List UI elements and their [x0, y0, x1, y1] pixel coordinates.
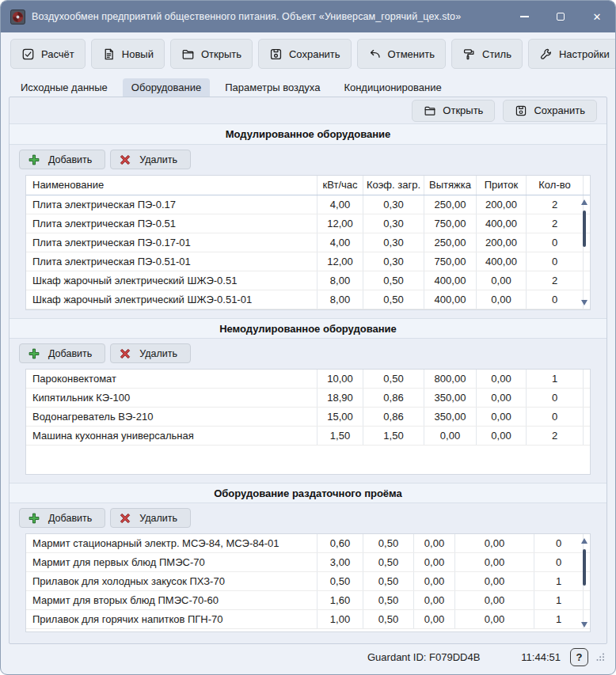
value-cell: 400,00: [477, 214, 527, 233]
scroll-thumb[interactable]: [583, 549, 586, 586]
tab-air-parameters[interactable]: Параметры воздуха: [216, 78, 329, 97]
table-row[interactable]: Пароконвектомат10,000,50800,000,001: [26, 370, 590, 389]
table-row[interactable]: Шкаф жарочный электрический ШЖЭ-0.51-018…: [26, 290, 590, 309]
new-label: Новый: [122, 48, 154, 60]
scroll-track[interactable]: [580, 544, 589, 622]
add-label: Добавить: [48, 348, 92, 359]
add-button[interactable]: Добавить: [19, 343, 105, 363]
table-empty-area: [26, 629, 590, 631]
table-row[interactable]: Плита электрическая ПЭ-0.5112,000,30750,…: [26, 214, 590, 233]
col-name: Наименование: [26, 176, 318, 195]
app-window: Воздухообмен предприятий общественного п…: [0, 0, 616, 675]
maximize-button[interactable]: [542, 1, 579, 32]
value-cell: 10,00: [318, 370, 363, 388]
table-row[interactable]: Шкаф жарочный электрический ШЖЭ-0.518,00…: [26, 271, 590, 290]
value-cell: 0: [527, 389, 584, 407]
value-cell: 250,00: [424, 233, 477, 252]
open-folder-icon: [424, 104, 436, 117]
tab-equipment[interactable]: Оборудование: [123, 78, 210, 97]
section-title-non-modulated: Немодулированное оборудование: [10, 318, 606, 339]
table-row[interactable]: Мармит стационарный электр. МСЭ-84, МСЭ-…: [26, 534, 590, 553]
open-label: Открыть: [201, 48, 241, 60]
scroll-up-icon[interactable]: [581, 538, 587, 544]
scrollbar[interactable]: [580, 196, 589, 309]
value-cell: 0,00: [424, 427, 477, 445]
calc-button[interactable]: Расчёт: [10, 39, 86, 69]
tab-bar: Исходные данные Оборудование Параметры в…: [1, 75, 615, 97]
value-cell: 0,50: [363, 290, 424, 309]
table-row[interactable]: Водонагреватель ВЭ-21015,000,86350,000,0…: [26, 408, 590, 427]
wrench-icon: [539, 47, 553, 61]
save-button[interactable]: Сохранить: [258, 39, 352, 69]
save-floppy-icon: [515, 104, 527, 117]
value-cell: 1: [534, 610, 584, 628]
table-row[interactable]: Плита электрическая ПЭ-0.17-014,000,3025…: [26, 233, 590, 252]
open-button[interactable]: Открыть: [170, 39, 253, 69]
undo-arrow-icon: [368, 47, 382, 61]
value-cell: 0,00: [477, 370, 527, 388]
value-cell: 0: [527, 252, 584, 271]
value-cell: 200,00: [477, 233, 527, 252]
table-row[interactable]: Мармит для вторых блюд ПМЭС-70-601,600,5…: [26, 591, 590, 610]
value-cell: 0,50: [363, 610, 414, 628]
minimize-button[interactable]: [506, 1, 542, 32]
open-list-button[interactable]: Открыть: [412, 100, 495, 122]
scroll-thumb[interactable]: [583, 210, 586, 247]
section-title-modulated: Модулированное оборудование: [10, 124, 606, 145]
remove-button[interactable]: Удалить: [110, 150, 191, 169]
non-modulated-actions: Добавить Удалить: [10, 339, 606, 367]
modulated-actions: Добавить Удалить: [10, 145, 606, 173]
tab-source-data[interactable]: Исходные данные: [12, 78, 116, 97]
undo-button[interactable]: Отменить: [357, 39, 446, 69]
table-row[interactable]: Плита электрическая ПЭ-0.51-0112,000,307…: [26, 252, 590, 271]
scroll-down-icon[interactable]: [581, 300, 587, 305]
table-row[interactable]: Прилавок для горячих напитков ПГН-701,00…: [26, 610, 590, 629]
close-button[interactable]: ✕: [579, 1, 615, 32]
col-inflow: Приток: [477, 176, 527, 195]
scroll-down-icon[interactable]: [581, 622, 587, 628]
add-label: Добавить: [48, 513, 92, 524]
equipment-name-cell: Шкаф жарочный электрический ШЖЭ-0.51-01: [26, 290, 318, 309]
calc-label: Расчёт: [41, 48, 74, 60]
new-button[interactable]: Новый: [91, 39, 165, 69]
value-cell: 2: [527, 271, 584, 290]
equipment-name-cell: Плита электрическая ПЭ-0.17: [26, 195, 318, 214]
table-row[interactable]: Мармит для первых блюд ПМЭС-703,000,500,…: [26, 553, 590, 572]
non-modulated-table: Пароконвектомат10,000,50800,000,001Кипят…: [25, 369, 591, 475]
value-cell: 0,00: [414, 553, 455, 571]
add-button[interactable]: Добавить: [19, 508, 105, 528]
col-qty: Кол-во: [527, 176, 584, 195]
table-row[interactable]: Прилавок для холодных закусок ПХЗ-700,50…: [26, 572, 590, 591]
value-cell: 0: [527, 408, 584, 426]
tab-conditioning[interactable]: Кондиционирование: [335, 78, 450, 97]
equipment-name-cell: Мармит для первых блюд ПМЭС-70: [26, 553, 318, 571]
table-row[interactable]: Кипятильник КЭ-10018,900,86350,000,000: [26, 389, 590, 408]
value-cell: 0,00: [414, 534, 455, 552]
remove-button[interactable]: Удалить: [110, 343, 191, 363]
scroll-track[interactable]: [580, 205, 589, 300]
value-cell: 12,00: [318, 252, 363, 271]
value-cell: 0,30: [363, 252, 424, 271]
add-button[interactable]: Добавить: [19, 150, 105, 169]
value-cell: 0,30: [363, 214, 424, 233]
value-cell: 0,50: [363, 591, 414, 609]
panel-filler: [10, 640, 606, 643]
save-list-button[interactable]: Сохранить: [503, 100, 597, 122]
table-row[interactable]: Машина кухонная универсальная1,501,500,0…: [26, 427, 590, 446]
modulated-table: Наименование кВт/час Коэф. загр. Вытяжка…: [25, 175, 591, 310]
main-toolbar: Расчёт Новый Открыть Сохранить Отменить …: [1, 32, 615, 75]
remove-button[interactable]: Удалить: [110, 508, 191, 528]
settings-button[interactable]: Настройки: [528, 39, 616, 69]
value-cell: 0,50: [363, 553, 414, 571]
table-row[interactable]: Плита электрическая ПЭ-0.174,000,30250,0…: [26, 195, 590, 214]
style-button[interactable]: Стиль: [451, 39, 523, 69]
resize-grip-icon[interactable]: [595, 652, 605, 662]
value-cell: 0,00: [477, 290, 527, 309]
scrollbar[interactable]: [580, 535, 589, 631]
scroll-up-icon[interactable]: [581, 199, 587, 205]
remove-label: Удалить: [139, 154, 177, 165]
value-cell: 18,90: [318, 389, 363, 407]
value-cell: 0,00: [477, 271, 527, 290]
save-label: Сохранить: [289, 48, 340, 60]
help-button[interactable]: ?: [570, 648, 588, 666]
